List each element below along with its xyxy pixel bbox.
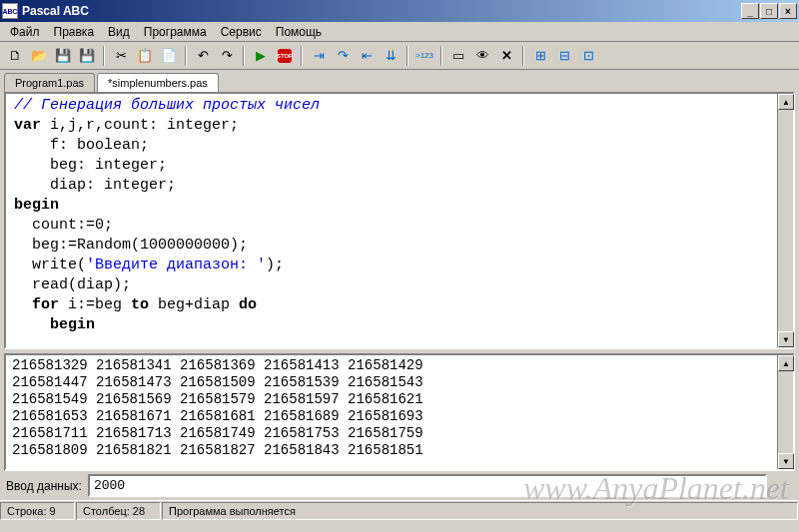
- window3-icon[interactable]: ⊡: [577, 45, 599, 67]
- clear-icon[interactable]: ✕: [495, 45, 517, 67]
- statusbar: Строка: 9 Столбец: 28 Программа выполняе…: [0, 500, 799, 520]
- menu-view[interactable]: Вид: [102, 23, 136, 41]
- maximize-button[interactable]: □: [760, 3, 778, 19]
- separator: [301, 46, 303, 66]
- open-file-icon[interactable]: 📂: [28, 45, 50, 67]
- save-icon[interactable]: 💾: [52, 45, 74, 67]
- tab-simplenumbers[interactable]: *simplenumbers.pas: [97, 73, 219, 92]
- output-panel: 216581329 216581341 216581369 216581413 …: [4, 353, 795, 471]
- tab-program1[interactable]: Program1.pas: [4, 73, 95, 92]
- undo-icon[interactable]: ↶: [192, 45, 214, 67]
- copy-icon[interactable]: 📋: [134, 45, 156, 67]
- app-icon: ABC: [2, 3, 18, 19]
- menu-help[interactable]: Помощь: [270, 23, 328, 41]
- editor-panel: // Генерация больших простых чисел var i…: [4, 92, 795, 349]
- scroll-up-icon[interactable]: ▲: [778, 355, 794, 371]
- scroll-up-icon[interactable]: ▲: [778, 94, 794, 110]
- status-message: Программа выполняется: [162, 502, 798, 520]
- breakpoint-icon[interactable]: ▭: [447, 45, 469, 67]
- window-title: Pascal ABC: [22, 4, 741, 18]
- tab-bar: Program1.pas *simplenumbers.pas: [0, 70, 799, 92]
- input-label: Ввод данных:: [6, 479, 82, 493]
- separator: [440, 46, 442, 66]
- output-scrollbar-v[interactable]: ▲ ▼: [777, 355, 793, 469]
- scroll-down-icon[interactable]: ▼: [778, 453, 794, 469]
- minimize-button[interactable]: _: [741, 3, 759, 19]
- toolbar: 🗋 📂 💾 💾 ✂ 📋 📄 ↶ ↷ ▶ STOP ⇥ ↷ ⇤ ⇊ >123 ▭ …: [0, 42, 799, 70]
- menubar: Файл Правка Вид Программа Сервис Помощь: [0, 22, 799, 42]
- titlebar: ABC Pascal ABC _ □ ×: [0, 0, 799, 22]
- status-col: Столбец: 28: [76, 502, 161, 520]
- input-row: Ввод данных:: [0, 471, 799, 500]
- step-out-icon[interactable]: ⇤: [356, 45, 378, 67]
- editor-scrollbar-v[interactable]: ▲ ▼: [777, 94, 793, 347]
- watch-icon[interactable]: >123: [413, 45, 435, 67]
- run-icon[interactable]: ▶: [250, 45, 272, 67]
- step-into-icon[interactable]: ⇥: [308, 45, 330, 67]
- stop-icon[interactable]: STOP: [274, 45, 296, 67]
- scroll-down-icon[interactable]: ▼: [778, 331, 794, 347]
- data-input[interactable]: [88, 474, 767, 497]
- separator: [406, 46, 408, 66]
- redo-icon[interactable]: ↷: [216, 45, 238, 67]
- menu-edit[interactable]: Правка: [48, 23, 101, 41]
- code-comment: // Генерация больших простых чисел: [14, 97, 320, 114]
- save-all-icon[interactable]: 💾: [76, 45, 98, 67]
- window1-icon[interactable]: ⊞: [529, 45, 551, 67]
- code-editor[interactable]: // Генерация больших простых чисел var i…: [6, 94, 793, 347]
- separator: [243, 46, 245, 66]
- menu-file[interactable]: Файл: [4, 23, 46, 41]
- window2-icon[interactable]: ⊟: [553, 45, 575, 67]
- separator: [522, 46, 524, 66]
- cut-icon[interactable]: ✂: [110, 45, 132, 67]
- paste-icon[interactable]: 📄: [158, 45, 180, 67]
- trace-icon[interactable]: ⇊: [380, 45, 401, 67]
- menu-program[interactable]: Программа: [138, 23, 213, 41]
- output-text: 216581329 216581341 216581369 216581413 …: [6, 355, 793, 461]
- close-button[interactable]: ×: [779, 3, 797, 19]
- window-controls: _ □ ×: [741, 3, 797, 19]
- menu-service[interactable]: Сервис: [215, 23, 268, 41]
- view-icon[interactable]: 👁: [471, 45, 493, 67]
- separator: [103, 46, 105, 66]
- status-line: Строка: 9: [0, 502, 75, 520]
- separator: [185, 46, 187, 66]
- new-file-icon[interactable]: 🗋: [4, 45, 26, 67]
- step-over-icon[interactable]: ↷: [332, 45, 354, 67]
